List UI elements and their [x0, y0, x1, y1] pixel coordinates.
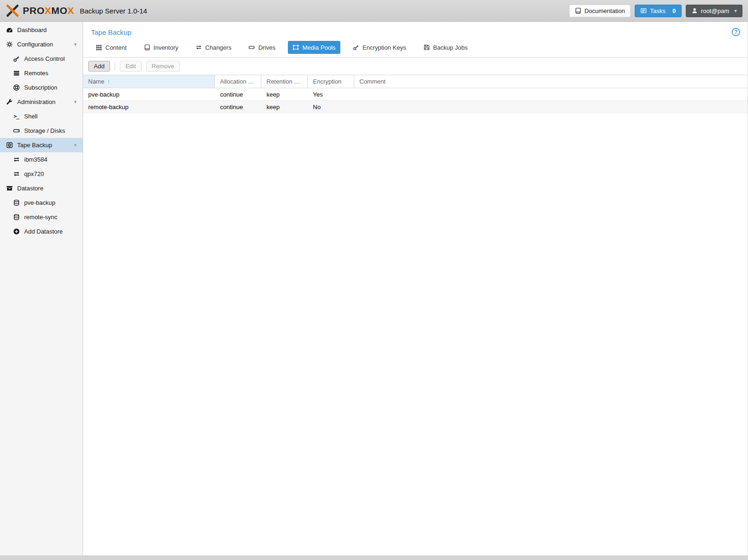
header-actions: Documentation Tasks 0 root@pam ▾ — [569, 5, 742, 17]
sidebar-item-datastore[interactable]: Datastore — [0, 181, 83, 195]
tab-label: Changers — [205, 44, 231, 51]
toolbar-separator — [115, 62, 115, 70]
chevron-down-icon[interactable]: ▾ — [74, 41, 77, 47]
chevron-down-icon[interactable]: ▾ — [74, 99, 77, 105]
cell-comment — [354, 88, 748, 100]
sidebar-item-subscription[interactable]: Subscription — [0, 80, 83, 95]
cell-encryption: No — [308, 101, 354, 113]
sidebar-item-label: ibm3584 — [24, 156, 47, 163]
column-header-retention[interactable]: Retention … — [261, 75, 308, 88]
page-title: Tape Backup — [91, 28, 131, 36]
proxmox-wordmark: PROXMOX — [23, 5, 74, 16]
user-menu-button[interactable]: root@pam ▾ — [686, 5, 742, 17]
database-icon — [13, 214, 20, 221]
grid-icon — [96, 44, 102, 51]
chevron-down-icon: ▾ — [734, 8, 737, 14]
cell-encryption: Yes — [308, 88, 354, 100]
sidebar-item-configuration[interactable]: Configuration ▾ — [0, 37, 83, 52]
edit-button[interactable]: Edit — [120, 61, 141, 72]
toolbar: Add Edit Remove — [83, 58, 748, 75]
sidebar-nav: Dashboard Configuration ▾ Access Control — [0, 22, 83, 555]
sidebar-item-remotes[interactable]: Remotes — [0, 66, 83, 80]
tab-media-pools[interactable]: Media Pools — [288, 41, 340, 54]
sidebar-item-label: Access Control — [24, 55, 65, 62]
tab-label: Content — [105, 44, 127, 51]
sidebar-item-remote-sync[interactable]: remote-sync — [0, 210, 83, 224]
table-row[interactable]: remote-backup continue keep No — [83, 101, 748, 113]
sidebar-item-label: Tape Backup — [17, 142, 52, 149]
proxmox-x-icon — [6, 4, 20, 18]
sort-ascending-icon: ↑ — [107, 78, 111, 85]
tape-icon — [6, 142, 13, 149]
book-icon — [575, 7, 581, 14]
drive-icon — [248, 44, 255, 51]
sidebar-item-ibm3584[interactable]: ibm3584 — [0, 152, 83, 167]
cell-allocation: continue — [215, 88, 261, 100]
tab-bar: Content Inventory Changers Drives Media … — [83, 39, 748, 58]
tab-drives[interactable]: Drives — [244, 41, 280, 54]
remove-button[interactable]: Remove — [146, 61, 180, 72]
hdd-icon — [13, 127, 20, 135]
column-header-comment[interactable]: Comment — [354, 75, 748, 88]
tab-label: Backup Jobs — [433, 44, 468, 51]
tab-encryption-keys[interactable]: Encryption Keys — [348, 41, 411, 54]
sidebar-item-label: Dashboard — [17, 26, 47, 33]
exchange-icon — [13, 170, 20, 178]
key-icon — [13, 55, 20, 63]
cell-retention: keep — [261, 88, 308, 100]
plus-circle-icon — [13, 228, 20, 235]
cell-retention: keep — [261, 101, 308, 113]
column-header-allocation[interactable]: Allocation … — [215, 75, 261, 88]
chevron-down-icon[interactable]: ▾ — [74, 142, 77, 148]
floppy-icon — [423, 44, 430, 51]
main-panel: Tape Backup ? Content Inventory Changers — [83, 22, 748, 555]
tab-changers[interactable]: Changers — [191, 41, 236, 54]
sidebar-item-administration[interactable]: Administration ▾ — [0, 95, 83, 109]
sidebar-item-label: Add Datastore — [24, 228, 63, 235]
column-header-encryption[interactable]: Encryption — [308, 75, 354, 88]
sidebar-item-access-control[interactable]: Access Control — [0, 52, 83, 66]
database-icon — [13, 199, 20, 207]
gears-icon — [6, 41, 13, 48]
sidebar-item-tape-backup[interactable]: Tape Backup ▾ — [0, 138, 83, 152]
list-bars-icon — [13, 70, 20, 77]
content-region: Dashboard Configuration ▾ Access Control — [0, 22, 748, 555]
sidebar-item-label: Subscription — [24, 84, 58, 91]
sidebar-item-label: pve-backup — [24, 199, 55, 206]
user-label: root@pam — [701, 7, 729, 14]
terminal-icon: >_ — [13, 113, 20, 120]
exchange-icon — [195, 44, 202, 51]
tab-content[interactable]: Content — [91, 41, 131, 54]
tasks-label: Tasks — [650, 7, 665, 14]
exchange-icon — [13, 156, 20, 163]
tab-label: Media Pools — [302, 44, 336, 51]
table-row[interactable]: pve-backup continue keep Yes — [83, 88, 748, 101]
cell-name: remote-backup — [83, 101, 215, 113]
sidebar-item-qpx720[interactable]: qpx720 — [0, 167, 83, 181]
sidebar-item-label: Administration — [17, 98, 55, 105]
column-header-name[interactable]: Name ↑ — [83, 75, 215, 88]
user-icon — [691, 7, 698, 14]
tasks-count-badge: 0 — [672, 7, 676, 14]
book-icon — [144, 44, 150, 51]
tab-inventory[interactable]: Inventory — [139, 41, 183, 54]
sidebar-item-storage-disks[interactable]: Storage / Disks — [0, 124, 83, 138]
sidebar-item-dashboard[interactable]: Dashboard — [0, 23, 83, 37]
sidebar-item-label: Shell — [24, 113, 38, 120]
help-icon[interactable]: ? — [732, 28, 740, 36]
sidebar-item-pve-backup[interactable]: pve-backup — [0, 195, 83, 210]
add-button[interactable]: Add — [88, 61, 110, 72]
documentation-label: Documentation — [585, 7, 625, 14]
archive-icon — [6, 185, 13, 192]
proxmox-logo[interactable]: PROXMOX — [6, 4, 74, 18]
product-version-label: Backup Server 1.0-14 — [80, 7, 147, 15]
sidebar-item-add-datastore[interactable]: Add Datastore — [0, 224, 83, 239]
documentation-button[interactable]: Documentation — [569, 5, 631, 17]
object-group-icon — [293, 44, 299, 51]
wrench-icon — [6, 98, 13, 106]
tab-backup-jobs[interactable]: Backup Jobs — [419, 41, 472, 54]
tasks-button[interactable]: Tasks 0 — [635, 5, 681, 17]
sidebar-item-label: qpx720 — [24, 170, 44, 177]
cell-comment — [354, 101, 748, 113]
sidebar-item-shell[interactable]: >_ Shell — [0, 109, 83, 124]
